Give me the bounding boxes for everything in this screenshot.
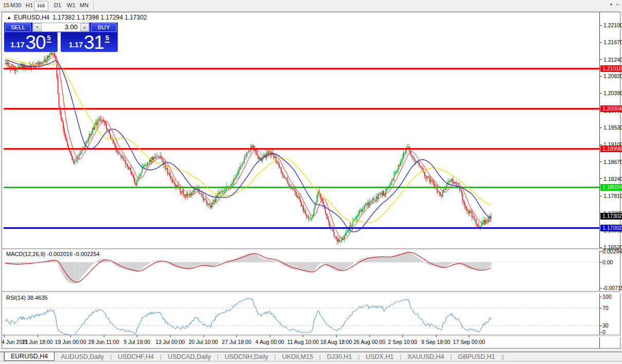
main-chart-canvas[interactable] [4, 13, 599, 248]
tab-usdx-h1[interactable]: USDX,H1 [359, 352, 399, 361]
price-tag-117002: 1.17002 [600, 225, 622, 231]
macd-canvas[interactable] [4, 250, 599, 291]
tab-usdchf-h4[interactable]: USDCHF,H4 [112, 352, 160, 361]
ma-slow-line [5, 58, 491, 223]
toolbar-separator [94, 1, 95, 10]
tab-bar-gutter [0, 352, 4, 361]
price-tag-117302: 1.17302 [600, 213, 622, 220]
price-tag-120004: 1.20004 [600, 105, 622, 112]
candlestick-layer [5, 49, 491, 245]
rsi-axis-tick [600, 332, 602, 333]
tab-scroll-left-icon[interactable]: ◂ [610, 2, 612, 7]
rsi-axis-tick [600, 308, 602, 308]
date-axis-tick [70, 335, 71, 337]
rsi-line [5, 298, 491, 335]
macd-axis-label: 0.00 [602, 259, 613, 265]
tab-dj30-h1[interactable]: DJ30,H1 [321, 352, 358, 361]
date-axis-label: 4 Aug 00:00 [255, 339, 284, 345]
panel-separator-dates [2, 335, 620, 337]
timeframe-toolbar: 15M30H1H4D1W1MN [0, 0, 622, 12]
timeframe-button-h4[interactable]: H4 [34, 1, 48, 11]
price-axis-label: 1.21670 [603, 39, 622, 45]
ma-fast-line [5, 56, 491, 240]
rsi-axis-label: 100 [602, 294, 612, 300]
tab-gbpusd-h1[interactable]: GBPUSD,H1 [452, 352, 501, 361]
date-axis-tick [137, 335, 137, 337]
price-tag-118998: 1.18998 [600, 145, 622, 152]
price-axis-label: 1.21240 [603, 57, 622, 63]
price-axis-tick [600, 178, 602, 179]
price-axis-tick [600, 128, 602, 128]
price-axis-tick [600, 161, 602, 162]
date-axis-tick [204, 335, 204, 337]
timeframe-button-d1[interactable]: D1 [51, 1, 64, 10]
tab-eurusd-h4[interactable]: EURUSD,H4 [4, 352, 54, 361]
tab-separator: | [503, 352, 504, 361]
price-axis-tick [600, 144, 602, 145]
date-axis-label: 26 Aug 00:00 [354, 339, 386, 345]
ma-mid-line [5, 60, 491, 232]
tab-scroll-right-icon[interactable]: ▸ [616, 2, 619, 7]
price-axis-tick [600, 59, 602, 60]
tab-xauusd-h4[interactable]: XAUUSD,H4 [401, 352, 451, 361]
date-axis-tick [270, 335, 270, 337]
date-axis-tick [436, 335, 436, 337]
price-axis-tick [600, 247, 602, 248]
macd-histogram [5, 251, 491, 284]
macd-axis-label: -0.007153 [602, 285, 622, 291]
price-axis-tick [600, 42, 602, 43]
price-axis-tick [600, 196, 602, 196]
tab-ukoil-m15[interactable]: UKOil,M15 [276, 352, 319, 361]
rsi-axis-label: 30 [602, 322, 609, 329]
trading-platform-screen: 15M30H1H4D1W1MN ▲EURUSD,H41.17382 1.1739… [0, 0, 622, 364]
price-axis-separator [599, 12, 600, 348]
rsi-axis-tick [600, 297, 602, 297]
price-axis-label: 1.18670 [603, 159, 622, 165]
macd-axis-tick [600, 262, 602, 263]
date-axis-tick [469, 335, 469, 337]
date-axis-label: 20 Jul 10:00 [189, 339, 218, 345]
date-axis-label: 11 Aug 10:00 [287, 339, 319, 345]
price-axis-label: 1.18240 [603, 176, 622, 182]
price-tag-121010: 1.21010 [600, 65, 622, 72]
date-axis-label: 19 Jun 00:00 [55, 339, 86, 345]
date-axis-tick [370, 335, 370, 337]
tab-usdcad-daily[interactable]: USDCAD,Daily [161, 352, 217, 361]
price-axis-label: 1.22100 [603, 22, 622, 28]
tab-scroll-arrows: ◂ ▸ [610, 2, 619, 7]
price-axis-label: 1.20390 [603, 90, 622, 96]
date-axis-label: 11 Jun 18:00 [22, 339, 53, 345]
price-axis-label: 1.19530 [603, 124, 622, 131]
price-axis-tick [600, 25, 602, 26]
rsi-axis-tick [600, 325, 602, 326]
price-tag-118024: 1.18024 [600, 184, 622, 191]
timeframe-button-m30[interactable]: M30 [7, 1, 24, 10]
date-axis-tick [38, 335, 38, 337]
tab-usdcnh-daily[interactable]: USDCNH,Daily [218, 352, 275, 361]
date-axis-tick [4, 335, 5, 337]
macd-axis-tick [600, 251, 602, 252]
date-axis-tick [403, 335, 403, 337]
date-axis-label: 13 Jul 00:00 [155, 339, 185, 345]
macd-axis-label: 0.002947 [602, 248, 622, 254]
price-axis-label: 1.17810 [603, 193, 622, 199]
rsi-axis-label: 0 [602, 329, 606, 335]
price-axis-label: 1.20820 [603, 73, 622, 79]
rsi-axis-label: 70 [602, 305, 609, 311]
date-axis-tick [336, 335, 337, 337]
symbol-tab-bar: EURUSD,H4AUDUSD,Daily|USDCHF,H4|USDCAD,D… [0, 352, 622, 361]
date-axis-label: 28 Jun 11:00 [88, 339, 119, 345]
date-axis-tick [303, 335, 303, 337]
date-axis-tick [170, 335, 171, 337]
date-axis-tick [236, 335, 237, 337]
tab-audusd-daily[interactable]: AUDUSD,Daily [54, 352, 110, 361]
timeframe-button-mn[interactable]: MN [77, 1, 92, 10]
date-axis-label: 5 Jul 19:00 [124, 339, 150, 345]
date-axis-label: 18 Aug 18:00 [320, 339, 352, 345]
bottom-strip [0, 361, 622, 364]
rsi-canvas[interactable] [4, 294, 599, 335]
date-axis-tick [104, 335, 104, 337]
macd-axis-tick [600, 288, 602, 288]
date-axis-label: 17 Sep 00:00 [453, 339, 485, 345]
date-axis-label: 2 Sep 10:00 [388, 339, 417, 345]
